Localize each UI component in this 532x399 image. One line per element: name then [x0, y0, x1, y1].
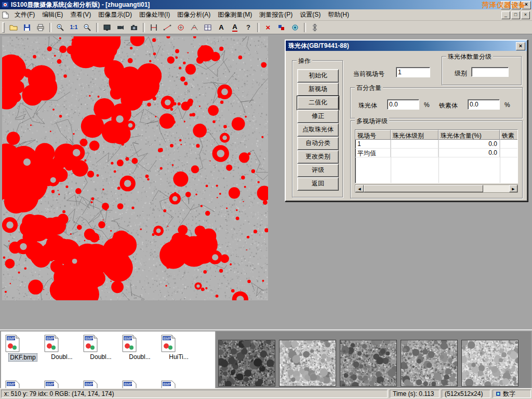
file-item-partial[interactable]: BMP	[121, 380, 158, 388]
file-browser[interactable]: BMP DKF.bmp BMP Doubl... BMP Doubl... BM…	[1, 331, 215, 388]
text-annotation-icon[interactable]: A	[215, 22, 228, 33]
menu-image-analysis[interactable]: 图像分析(A)	[174, 9, 214, 20]
new-field-button[interactable]: 新视场	[297, 83, 339, 96]
micrometer-icon[interactable]	[309, 22, 321, 33]
measure-distance-icon[interactable]	[161, 22, 174, 33]
correct-button[interactable]: 修正	[297, 110, 339, 123]
menu-measure-report[interactable]: 测量报告(P)	[256, 9, 296, 20]
menu-help[interactable]: 帮助(H)	[324, 9, 353, 20]
file-name: Doubl...	[89, 353, 112, 361]
delete-measure-icon[interactable]: ×	[262, 22, 274, 33]
pearlite-percent-input[interactable]	[387, 99, 419, 110]
file-item[interactable]: BMP Doubl...	[43, 335, 81, 362]
bmp-file-icon: BMP	[160, 380, 177, 388]
grid-icon[interactable]	[202, 22, 214, 33]
ferrite-percent-input[interactable]	[468, 99, 500, 110]
menu-file[interactable]: 文件(F)	[11, 9, 38, 20]
help-icon[interactable]: ?	[242, 22, 255, 33]
mdi-close-button[interactable]: ×	[521, 11, 530, 19]
file-item-partial[interactable]: BMP	[82, 380, 119, 388]
print-icon[interactable]	[34, 22, 47, 33]
svg-text:BMP: BMP	[7, 337, 16, 340]
current-view-input[interactable]	[396, 67, 430, 77]
col-pearlite-pct[interactable]: 珠光体含量(%)	[438, 130, 500, 140]
file-item[interactable]: BMP Doubl...	[121, 335, 158, 362]
binarize-button[interactable]: 二值化	[297, 96, 339, 110]
col-ferrite[interactable]: 铁素	[500, 130, 518, 140]
col-pearlite-grade[interactable]: 珠光体级别	[391, 130, 438, 140]
menu-image-process[interactable]: 图像处理(I)	[136, 9, 174, 20]
color-extract-icon[interactable]	[275, 22, 288, 33]
file-item-partial[interactable]: BMP	[4, 380, 42, 388]
table-row[interactable]: 1 0.0	[355, 140, 517, 149]
scrollbar-thumb[interactable]	[364, 185, 483, 192]
file-name: HuiTi...	[168, 353, 190, 361]
file-item[interactable]: BMP HuiTi...	[160, 335, 197, 362]
rating-table[interactable]: 视场号 珠光体级别 珠光体含量(%) 铁素 1 0.0 平均值 0.0	[355, 129, 518, 183]
pick-pearlite-button[interactable]: 点取珠光体	[297, 123, 339, 137]
table-row[interactable]: 平均值 0.0	[355, 149, 517, 157]
measure-angle-icon[interactable]	[188, 22, 201, 33]
menu-edit[interactable]: 编辑(E)	[38, 9, 66, 20]
initialize-button[interactable]: 初始化	[297, 69, 339, 83]
font-settings-icon[interactable]: A	[229, 22, 241, 33]
save-icon[interactable]	[21, 22, 33, 33]
thumbnail-image[interactable]	[461, 340, 518, 387]
thumbnail-image[interactable]	[340, 340, 397, 387]
measure-length-icon[interactable]	[148, 22, 160, 33]
mdi-minimize-button[interactable]: _	[501, 11, 510, 19]
video-camera-icon[interactable]	[114, 22, 127, 33]
thumbnail-image[interactable]	[401, 340, 458, 387]
capture-camera-icon[interactable]	[128, 22, 140, 33]
svg-text:BMP: BMP	[7, 382, 16, 386]
table-horizontal-scrollbar[interactable]: ◀ ▶	[355, 184, 518, 193]
rate-button[interactable]: 评级	[297, 164, 339, 177]
percent-group: 百分含量 珠光体 % 铁素体 %	[350, 87, 523, 118]
svg-text:BMP: BMP	[46, 382, 55, 386]
menu-image-display[interactable]: 图像显示(D)	[95, 9, 136, 20]
grade-input[interactable]	[471, 67, 509, 77]
file-item-partial[interactable]: BMP	[43, 380, 81, 388]
svg-text:BMP: BMP	[124, 382, 132, 386]
col-field-number[interactable]: 视场号	[355, 130, 391, 140]
dialog-close-icon[interactable]: ×	[516, 42, 525, 50]
pearlite-label: 珠光体	[358, 101, 377, 110]
scroll-right-icon[interactable]: ▶	[509, 185, 517, 192]
toolbar-separator	[96, 23, 98, 32]
status-image-size: (512x512x24)	[442, 390, 490, 398]
dialog-title-bar[interactable]: 珠光体(GB/T9441-88) ×	[286, 41, 527, 51]
display-settings-icon[interactable]	[101, 22, 113, 33]
menu-view[interactable]: 查看(V)	[66, 9, 95, 20]
micrograph-image[interactable]	[2, 36, 268, 300]
status-position: x: 510 y: 79 idx: 0 RGB: (174, 174, 174)	[1, 390, 388, 398]
multi-field-group: 多视场评级 视场号 珠光体级别 珠光体含量(%) 铁素 1 0.0 平均值	[350, 121, 523, 198]
auto-classify-button[interactable]: 自动分类	[297, 137, 339, 150]
file-item[interactable]: BMP DKF.bmp	[4, 335, 42, 363]
return-button[interactable]: 返回	[297, 177, 339, 191]
file-item-partial[interactable]: BMP	[160, 380, 197, 388]
open-icon[interactable]	[7, 22, 20, 33]
bmp-file-icon: BMP	[43, 380, 60, 388]
change-class-button[interactable]: 更改类别	[297, 150, 339, 164]
status-bar: x: 510 y: 79 idx: 0 RGB: (174, 174, 174)…	[0, 388, 532, 399]
measure-circle-icon[interactable]	[175, 22, 187, 33]
bmp-file-icon: BMP	[43, 335, 60, 352]
thumbnail-image[interactable]	[279, 340, 336, 387]
zoom-in-icon[interactable]	[54, 22, 66, 33]
menu-image-measure[interactable]: 图像测量(M)	[214, 9, 256, 20]
actual-size-icon[interactable]: 1:1	[68, 22, 80, 33]
mdi-restore-button[interactable]: □	[511, 11, 520, 19]
scroll-left-icon[interactable]: ◀	[355, 185, 364, 192]
thumbnail-image[interactable]	[218, 340, 275, 387]
menu-settings[interactable]: 设置(S)	[296, 9, 324, 20]
toolbar-grip[interactable]	[2, 22, 5, 33]
operation-group-label: 操作	[297, 57, 312, 65]
file-item[interactable]: BMP Doubl...	[82, 335, 119, 362]
svg-text:BMP: BMP	[124, 337, 132, 340]
calibration-icon[interactable]	[289, 22, 301, 33]
table-gridline	[391, 140, 391, 183]
bmp-file-icon: BMP	[121, 380, 138, 388]
ferrite-percent-sign: %	[504, 101, 510, 109]
zoom-out-icon[interactable]	[81, 22, 94, 33]
cell-grade	[391, 149, 438, 157]
